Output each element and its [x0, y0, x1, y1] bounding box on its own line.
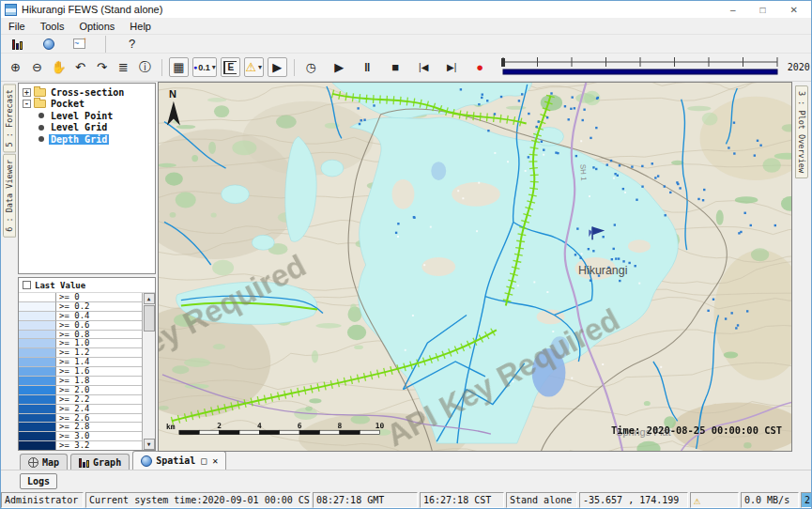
step-back-button[interactable]: |◀ — [414, 57, 434, 77]
legend-swatch — [19, 339, 56, 348]
tab-graph[interactable]: Graph — [70, 454, 130, 470]
town-label: Hikurangi — [578, 264, 627, 277]
tab-data-viewer[interactable]: 6 : Data Viewer — [3, 154, 16, 238]
pan-button[interactable]: ✋ — [49, 57, 69, 77]
menu-file[interactable]: File — [8, 21, 25, 32]
help-button[interactable]: ? — [122, 34, 142, 54]
ruler-button[interactable]: E — [221, 57, 240, 77]
warning-button[interactable]: ⚠▾ — [244, 57, 264, 77]
status-bar: AdministratorCurrent system time:2020-09… — [1, 491, 811, 508]
chart-display-button[interactable]: ~↑ — [69, 34, 89, 54]
legend-swatch — [19, 432, 56, 441]
tab-spatial[interactable]: Spatial □ ✕ — [132, 451, 226, 470]
legend-swatch — [19, 358, 56, 367]
status-local-time: 16:27:18 CST — [420, 492, 504, 508]
tab-plot-overview[interactable]: 3 : Plot Overview — [795, 85, 808, 178]
info-button[interactable]: ⓘ — [135, 57, 155, 77]
step-forward-button[interactable]: ▶| — [442, 57, 462, 77]
left-tab-strip: 5 : Forecast 6 : Data Viewer — [1, 82, 17, 452]
globe-wire-icon — [28, 457, 38, 468]
tab-map-label: Map — [42, 457, 59, 468]
map-display-button[interactable] — [38, 34, 58, 54]
zoom-in-button[interactable]: ⊕ — [6, 57, 25, 77]
svg-text:4: 4 — [257, 422, 262, 430]
tree-item-pocket[interactable]: -Pocket — [21, 99, 153, 111]
window-title: Hikurangi FEWS (Stand alone) — [22, 4, 162, 15]
toolbar-separator — [294, 59, 295, 76]
tab-forecast[interactable]: 5 : Forecast — [3, 84, 16, 152]
tab-spatial-label: Spatial — [156, 455, 195, 466]
legend-swatch — [19, 302, 56, 312]
tree-item-depth-grid[interactable]: Depth Grid — [21, 133, 153, 146]
last-value-checkbox[interactable] — [23, 281, 31, 289]
status-memory: 2.5 GB — [801, 492, 812, 508]
zoom-next-button[interactable]: ↷ — [92, 57, 112, 77]
chevron-down-icon: ▾ — [212, 63, 216, 71]
svg-text:km: km — [166, 423, 176, 431]
toolbar-displays: ~↑? — [1, 35, 811, 54]
expand-icon[interactable]: + — [23, 88, 31, 97]
chevron-down-icon: ▾ — [258, 63, 262, 71]
scroll-up-icon[interactable]: ▲ — [144, 293, 155, 304]
scroll-down-icon[interactable]: ▼ — [144, 439, 155, 450]
tab-map[interactable]: Map — [20, 454, 68, 470]
node-bullet-icon — [38, 136, 44, 142]
legend-swatch — [19, 423, 56, 432]
minimize-button[interactable]: – — [730, 5, 736, 15]
tree-item-cross-section[interactable]: +Cross-section — [21, 86, 153, 99]
collapse-icon[interactable]: - — [23, 100, 31, 108]
legend-swatch — [19, 312, 56, 321]
legend-swatch — [19, 293, 56, 302]
tree-item-label: Depth Grid — [49, 134, 109, 145]
svg-text:10: 10 — [375, 422, 385, 430]
interval-button[interactable]: ●0.1▾ — [192, 57, 217, 77]
scrollbar-thumb[interactable] — [144, 305, 155, 332]
spatial-maximize-button[interactable]: □ — [201, 455, 207, 466]
document-tab-bar: Map Graph Spatial □ ✕ — [1, 452, 811, 470]
movie-button[interactable]: ▶ — [268, 57, 287, 77]
layers-button[interactable]: ≣ — [114, 57, 133, 77]
zoom-previous-button[interactable]: ↶ — [70, 57, 90, 77]
tree-item-label: Level Grid — [49, 122, 109, 132]
animation-settings-button[interactable]: ◷ — [301, 57, 321, 77]
map-canvas[interactable]: Hikurangi Springs Flat SH 1 API Key Requ… — [158, 82, 792, 452]
globe-icon — [141, 455, 152, 467]
tabular-display-button[interactable] — [8, 34, 27, 54]
globe-icon — [43, 39, 54, 50]
record-button[interactable]: ● — [470, 57, 490, 77]
status-mode: Stand alone — [506, 492, 577, 508]
app-window: { "window": { "title": "Hikurangi FEWS (… — [0, 0, 812, 509]
warning-icon[interactable]: ⚠ — [694, 494, 700, 507]
toolbar-map: ⊕⊖✋↶↷≣ⓘ ▦●0.1▾E⚠▾▶ ◷▶‖■|◀▶|● 2020-08-25 … — [1, 54, 811, 82]
close-button[interactable]: ✕ — [790, 5, 798, 15]
menu-options[interactable]: Options — [79, 21, 115, 32]
legend-scrollbar[interactable]: ▲ ▼ — [142, 293, 155, 450]
timeline-datetime: 2020-08-25 00:00:00 CST — [788, 62, 812, 72]
tree-item-level-grid[interactable]: Level Grid — [21, 122, 153, 134]
menu-help[interactable]: Help — [130, 21, 151, 32]
timeline-slider[interactable] — [500, 55, 782, 80]
road-label: SH 1 — [578, 164, 588, 182]
legend-swatch — [19, 348, 56, 358]
toolbar-separator — [161, 59, 162, 76]
play-button[interactable]: ▶ — [329, 57, 349, 77]
timeline-handle[interactable] — [501, 58, 505, 67]
zoom-out-button[interactable]: ⊖ — [27, 57, 47, 77]
tree-item-level-point[interactable]: Level Point — [21, 110, 153, 122]
logs-button[interactable]: Logs — [20, 473, 57, 489]
tree-item-label: Level Point — [49, 111, 115, 121]
grid-button[interactable]: ▦ — [169, 57, 189, 77]
svg-text:8: 8 — [337, 422, 342, 430]
menu-bar: FileToolsOptionsHelp — [1, 18, 811, 35]
toolbar-separator — [105, 36, 106, 53]
spatial-close-button[interactable]: ✕ — [212, 455, 218, 466]
maximize-button[interactable]: □ — [760, 5, 766, 15]
node-bullet-icon — [38, 125, 44, 131]
title-bar: Hikurangi FEWS (Stand alone) – □ ✕ — [1, 1, 811, 18]
spatial-side-panel: +Cross-section-PocketLevel PointLevel Gr… — [17, 82, 158, 452]
legend-swatch — [19, 386, 56, 395]
pause-button[interactable]: ‖ — [358, 57, 377, 77]
stop-button[interactable]: ■ — [386, 57, 406, 77]
menu-tools[interactable]: Tools — [40, 21, 65, 32]
legend-swatch — [19, 331, 56, 340]
